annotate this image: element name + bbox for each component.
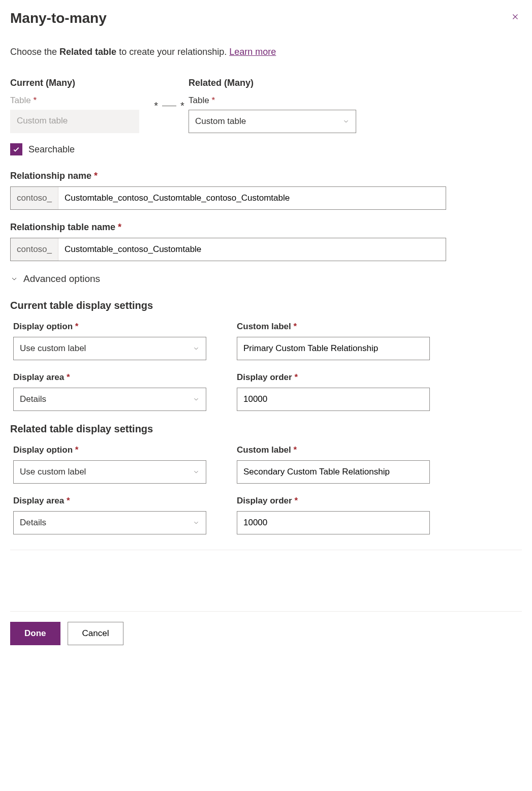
done-button[interactable]: Done [10, 622, 60, 645]
close-button[interactable] [509, 10, 522, 25]
current-custom-label-label: Custom label * [237, 322, 430, 332]
checkmark-icon [12, 145, 20, 153]
relationship-cardinality: ** [154, 100, 184, 112]
related-display-area-select[interactable]: Details [13, 511, 206, 534]
chevron-down-icon [193, 468, 200, 476]
current-table-field: Custom table [10, 110, 139, 133]
related-heading: Related (Many) [189, 78, 356, 88]
current-custom-label-input[interactable] [237, 337, 430, 360]
current-display-order-input[interactable] [237, 388, 430, 411]
advanced-options-toggle[interactable]: Advanced options [10, 273, 522, 284]
relationship-name-field[interactable]: contoso_ [10, 186, 446, 210]
related-display-order-input[interactable] [237, 511, 430, 534]
chevron-down-icon [193, 345, 200, 352]
relationship-table-name-prefix: contoso_ [11, 238, 58, 261]
page-title: Many-to-many [10, 10, 107, 26]
related-settings-heading: Related table display settings [10, 423, 522, 435]
footer-divider [10, 611, 522, 612]
related-table-select[interactable]: Custom table [189, 110, 356, 133]
relationship-table-name-field[interactable]: contoso_ [10, 238, 446, 261]
searchable-checkbox[interactable] [10, 143, 22, 155]
current-display-option-select[interactable]: Use custom label [13, 337, 206, 360]
intro-text: Choose the Related table to create your … [10, 47, 522, 57]
current-table-label: Table * [10, 96, 150, 106]
searchable-label: Searchable [28, 144, 75, 155]
relationship-name-label: Relationship name * [10, 171, 522, 181]
related-display-option-label: Display option * [13, 445, 206, 455]
relationship-name-input[interactable] [58, 187, 446, 209]
close-icon [511, 12, 520, 21]
related-display-area-label: Display area * [13, 496, 206, 506]
current-display-order-label: Display order * [237, 372, 430, 383]
related-display-option-select[interactable]: Use custom label [13, 460, 206, 484]
chevron-down-icon [193, 396, 200, 403]
chevron-down-icon [10, 275, 18, 283]
divider [10, 550, 522, 550]
current-display-area-select[interactable]: Details [13, 388, 206, 411]
relationship-table-name-input[interactable] [58, 238, 446, 261]
current-heading: Current (Many) [10, 78, 150, 88]
learn-more-link[interactable]: Learn more [229, 47, 276, 57]
current-settings-heading: Current table display settings [10, 300, 522, 311]
related-custom-label-label: Custom label * [237, 445, 430, 455]
relationship-name-prefix: contoso_ [11, 187, 58, 209]
related-display-order-label: Display order * [237, 496, 430, 506]
cancel-button[interactable]: Cancel [68, 622, 124, 645]
related-custom-label-input[interactable] [237, 460, 430, 484]
current-display-option-label: Display option * [13, 322, 206, 332]
current-display-area-label: Display area * [13, 372, 206, 383]
chevron-down-icon [193, 519, 200, 526]
relationship-table-name-label: Relationship table name * [10, 222, 522, 233]
related-table-label: Table * [189, 96, 356, 106]
chevron-down-icon [342, 118, 350, 125]
